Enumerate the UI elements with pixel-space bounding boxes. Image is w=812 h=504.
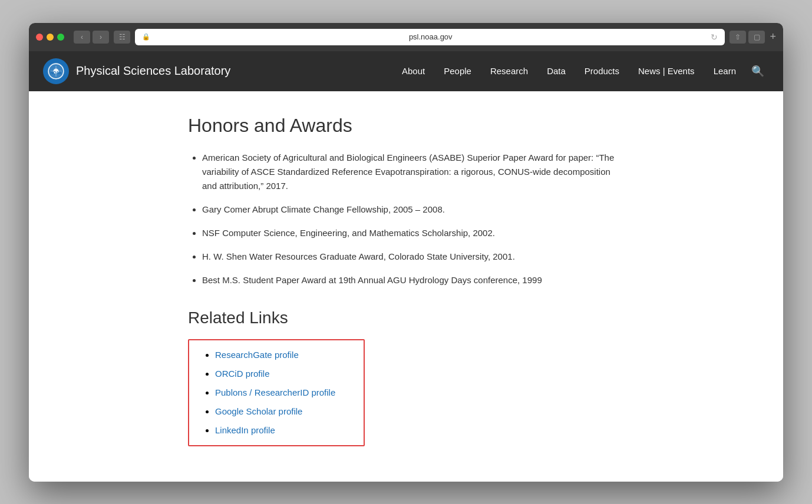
honors-title: Honors and Awards	[188, 115, 624, 137]
site-title-text: Physical Sciences Laboratory	[76, 64, 230, 78]
share-button[interactable]: ⇧	[730, 31, 746, 44]
lock-icon: 🔒	[142, 33, 150, 41]
tab-view-button[interactable]: ☷	[114, 31, 130, 44]
search-icon[interactable]: 🔍	[747, 60, 769, 82]
awards-list: American Society of Agricultural and Bio…	[188, 151, 624, 287]
related-link-item-0: ResearchGate profile	[215, 350, 349, 360]
award-item-0: American Society of Agricultural and Bio…	[202, 151, 624, 193]
content-container: Honors and Awards American Society of Ag…	[176, 115, 636, 446]
site-header: NOAA Physical Sciences Laboratory About …	[29, 51, 783, 91]
award-item-1: Gary Comer Abrupt Climate Change Fellows…	[202, 203, 624, 217]
svg-text:NOAA: NOAA	[51, 70, 62, 74]
award-item-3: H. W. Shen Water Resources Graduate Awar…	[202, 250, 624, 264]
nav-item-data[interactable]: Data	[539, 61, 574, 81]
noaa-logo: NOAA	[43, 58, 69, 84]
minimize-button[interactable]	[47, 34, 54, 41]
nav-item-about[interactable]: About	[394, 61, 433, 81]
browser-chrome: ‹ › ☷ 🔒 psl.noaa.gov ↻ ⇧ ▢ +	[29, 23, 783, 51]
related-link-item-3: Google Scholar profile	[215, 406, 349, 417]
address-text: psl.noaa.gov	[154, 32, 707, 41]
forward-button[interactable]: ›	[93, 31, 109, 44]
site-nav: About People Research Data Products News…	[394, 60, 769, 82]
orcid-link[interactable]: ORCiD profile	[215, 369, 270, 379]
related-link-item-1: ORCiD profile	[215, 369, 349, 379]
browser-titlebar: ‹ › ☷ 🔒 psl.noaa.gov ↻ ⇧ ▢ +	[29, 23, 783, 51]
address-bar-row: 🔒 psl.noaa.gov ↻	[135, 29, 725, 45]
award-item-4: Best M.S. Student Paper Award at 19th An…	[202, 273, 624, 287]
google-scholar-link[interactable]: Google Scholar profile	[215, 406, 302, 416]
nav-item-research[interactable]: Research	[482, 61, 536, 81]
researchgate-link[interactable]: ResearchGate profile	[215, 350, 299, 360]
publons-link[interactable]: Publons / ResearcherID profile	[215, 387, 335, 397]
browser-window: ‹ › ☷ 🔒 psl.noaa.gov ↻ ⇧ ▢ +	[29, 23, 783, 482]
nav-item-news-events[interactable]: News | Events	[630, 61, 703, 81]
traffic-lights	[36, 34, 64, 41]
browser-actions: ⇧ ▢ +	[730, 31, 776, 44]
reload-button[interactable]: ↻	[711, 32, 718, 42]
new-tab-button[interactable]: +	[770, 31, 776, 44]
nav-item-learn[interactable]: Learn	[705, 61, 744, 81]
nav-buttons: ‹ ›	[74, 31, 109, 44]
related-link-item-2: Publons / ResearcherID profile	[215, 387, 349, 398]
award-item-2: NSF Computer Science, Engineering, and M…	[202, 226, 624, 240]
back-button[interactable]: ‹	[74, 31, 90, 44]
address-bar[interactable]: 🔒 psl.noaa.gov ↻	[135, 29, 725, 45]
nav-item-products[interactable]: Products	[576, 61, 628, 81]
nav-item-people[interactable]: People	[435, 61, 480, 81]
sidebar-button[interactable]: ▢	[748, 31, 765, 44]
main-content: Honors and Awards American Society of Ag…	[29, 91, 783, 482]
site-logo[interactable]: NOAA Physical Sciences Laboratory	[43, 58, 230, 84]
related-link-item-4: LinkedIn profile	[215, 425, 349, 436]
maximize-button[interactable]	[57, 34, 64, 41]
related-links-title: Related Links	[188, 309, 624, 327]
linkedin-link[interactable]: LinkedIn profile	[215, 425, 275, 435]
related-links-box: ResearchGate profile ORCiD profile Publo…	[188, 339, 365, 446]
related-links-list: ResearchGate profile ORCiD profile Publo…	[203, 350, 349, 436]
close-button[interactable]	[36, 34, 43, 41]
